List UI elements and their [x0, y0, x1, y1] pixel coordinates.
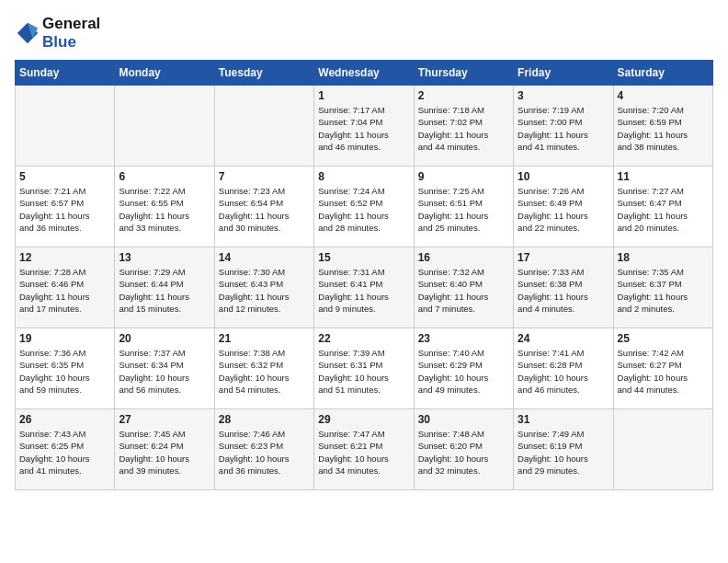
calendar-cell: 13Sunrise: 7:29 AM Sunset: 6:44 PM Dayli…: [115, 247, 214, 328]
calendar-cell: 26Sunrise: 7:43 AM Sunset: 6:25 PM Dayli…: [16, 409, 115, 490]
day-number: 18: [618, 251, 709, 264]
calendar-cell: 6Sunrise: 7:22 AM Sunset: 6:55 PM Daylig…: [115, 167, 214, 247]
day-number: 25: [618, 332, 709, 345]
day-number: 3: [518, 89, 609, 102]
day-number: 27: [119, 413, 210, 426]
day-info: Sunrise: 7:32 AM Sunset: 6:40 PM Dayligh…: [418, 266, 509, 315]
day-number: 10: [518, 170, 609, 183]
day-info: Sunrise: 7:31 AM Sunset: 6:41 PM Dayligh…: [318, 266, 409, 315]
calendar-header-row: SundayMondayTuesdayWednesdayThursdayFrid…: [16, 61, 713, 86]
calendar-cell: 10Sunrise: 7:26 AM Sunset: 6:49 PM Dayli…: [514, 167, 613, 247]
day-number: 2: [418, 89, 509, 102]
calendar-cell: [16, 86, 115, 167]
calendar-cell: 24Sunrise: 7:41 AM Sunset: 6:28 PM Dayli…: [514, 328, 613, 409]
calendar-week-row: 5Sunrise: 7:21 AM Sunset: 6:57 PM Daylig…: [16, 167, 713, 247]
day-info: Sunrise: 7:37 AM Sunset: 6:34 PM Dayligh…: [119, 347, 210, 396]
day-info: Sunrise: 7:45 AM Sunset: 6:24 PM Dayligh…: [119, 428, 210, 477]
day-info: Sunrise: 7:27 AM Sunset: 6:47 PM Dayligh…: [618, 185, 709, 234]
day-number: 7: [219, 170, 310, 183]
calendar-cell: 20Sunrise: 7:37 AM Sunset: 6:34 PM Dayli…: [115, 328, 214, 409]
day-number: 5: [19, 170, 110, 183]
day-info: Sunrise: 7:25 AM Sunset: 6:51 PM Dayligh…: [418, 185, 509, 234]
col-header-saturday: Saturday: [613, 61, 712, 86]
calendar-week-row: 19Sunrise: 7:36 AM Sunset: 6:35 PM Dayli…: [16, 328, 713, 409]
calendar-cell: 17Sunrise: 7:33 AM Sunset: 6:38 PM Dayli…: [514, 247, 613, 328]
header: General Blue: [15, 15, 713, 51]
day-number: 9: [418, 170, 509, 183]
calendar-cell: 8Sunrise: 7:24 AM Sunset: 6:52 PM Daylig…: [314, 167, 414, 247]
calendar-cell: [115, 86, 214, 167]
logo-icon: [15, 20, 40, 46]
day-info: Sunrise: 7:26 AM Sunset: 6:49 PM Dayligh…: [518, 185, 609, 234]
calendar-cell: 28Sunrise: 7:46 AM Sunset: 6:23 PM Dayli…: [214, 409, 313, 490]
calendar-cell: 27Sunrise: 7:45 AM Sunset: 6:24 PM Dayli…: [115, 409, 214, 490]
day-info: Sunrise: 7:43 AM Sunset: 6:25 PM Dayligh…: [19, 428, 110, 477]
calendar-cell: 18Sunrise: 7:35 AM Sunset: 6:37 PM Dayli…: [613, 247, 712, 328]
calendar-week-row: 1Sunrise: 7:17 AM Sunset: 7:04 PM Daylig…: [16, 86, 713, 167]
calendar-cell: 7Sunrise: 7:23 AM Sunset: 6:54 PM Daylig…: [214, 167, 313, 247]
day-info: Sunrise: 7:33 AM Sunset: 6:38 PM Dayligh…: [518, 266, 609, 315]
calendar-week-row: 26Sunrise: 7:43 AM Sunset: 6:25 PM Dayli…: [16, 409, 713, 490]
calendar-cell: 15Sunrise: 7:31 AM Sunset: 6:41 PM Dayli…: [314, 247, 414, 328]
calendar-cell: 21Sunrise: 7:38 AM Sunset: 6:32 PM Dayli…: [214, 328, 313, 409]
day-info: Sunrise: 7:20 AM Sunset: 6:59 PM Dayligh…: [618, 104, 709, 153]
calendar-cell: 5Sunrise: 7:21 AM Sunset: 6:57 PM Daylig…: [16, 167, 115, 247]
logo-text: General Blue: [42, 15, 100, 51]
calendar-cell: 22Sunrise: 7:39 AM Sunset: 6:31 PM Dayli…: [314, 328, 414, 409]
day-info: Sunrise: 7:23 AM Sunset: 6:54 PM Dayligh…: [219, 185, 310, 234]
day-info: Sunrise: 7:35 AM Sunset: 6:37 PM Dayligh…: [618, 266, 709, 315]
day-number: 31: [518, 413, 609, 426]
logo: General Blue: [15, 15, 100, 51]
day-info: Sunrise: 7:38 AM Sunset: 6:32 PM Dayligh…: [219, 347, 310, 396]
page-container: General Blue SundayMondayTuesdayWednesda…: [0, 0, 728, 498]
day-number: 29: [318, 413, 409, 426]
calendar-cell: 19Sunrise: 7:36 AM Sunset: 6:35 PM Dayli…: [16, 328, 115, 409]
day-number: 19: [19, 332, 110, 345]
calendar-cell: 25Sunrise: 7:42 AM Sunset: 6:27 PM Dayli…: [613, 328, 712, 409]
day-number: 23: [418, 332, 509, 345]
day-info: Sunrise: 7:47 AM Sunset: 6:21 PM Dayligh…: [318, 428, 409, 477]
day-info: Sunrise: 7:42 AM Sunset: 6:27 PM Dayligh…: [618, 347, 709, 396]
calendar-cell: [214, 86, 313, 167]
col-header-wednesday: Wednesday: [314, 61, 414, 86]
day-info: Sunrise: 7:40 AM Sunset: 6:29 PM Dayligh…: [418, 347, 509, 396]
calendar-cell: 1Sunrise: 7:17 AM Sunset: 7:04 PM Daylig…: [314, 86, 414, 167]
day-number: 16: [418, 251, 509, 264]
calendar-cell: 12Sunrise: 7:28 AM Sunset: 6:46 PM Dayli…: [16, 247, 115, 328]
day-number: 20: [119, 332, 210, 345]
calendar-cell: 29Sunrise: 7:47 AM Sunset: 6:21 PM Dayli…: [314, 409, 414, 490]
day-info: Sunrise: 7:30 AM Sunset: 6:43 PM Dayligh…: [219, 266, 310, 315]
day-info: Sunrise: 7:19 AM Sunset: 7:00 PM Dayligh…: [518, 104, 609, 153]
calendar-week-row: 12Sunrise: 7:28 AM Sunset: 6:46 PM Dayli…: [16, 247, 713, 328]
col-header-tuesday: Tuesday: [214, 61, 313, 86]
day-number: 4: [618, 89, 709, 102]
day-number: 30: [418, 413, 509, 426]
calendar-table: SundayMondayTuesdayWednesdayThursdayFrid…: [15, 60, 713, 490]
day-info: Sunrise: 7:22 AM Sunset: 6:55 PM Dayligh…: [119, 185, 210, 234]
day-info: Sunrise: 7:46 AM Sunset: 6:23 PM Dayligh…: [219, 428, 310, 477]
day-info: Sunrise: 7:18 AM Sunset: 7:02 PM Dayligh…: [418, 104, 509, 153]
day-info: Sunrise: 7:48 AM Sunset: 6:20 PM Dayligh…: [418, 428, 509, 477]
day-info: Sunrise: 7:49 AM Sunset: 6:19 PM Dayligh…: [518, 428, 609, 477]
day-number: 21: [219, 332, 310, 345]
calendar-cell: 30Sunrise: 7:48 AM Sunset: 6:20 PM Dayli…: [414, 409, 513, 490]
calendar-cell: 3Sunrise: 7:19 AM Sunset: 7:00 PM Daylig…: [514, 86, 613, 167]
day-number: 22: [318, 332, 409, 345]
day-number: 13: [119, 251, 210, 264]
day-number: 24: [518, 332, 609, 345]
col-header-friday: Friday: [514, 61, 613, 86]
calendar-cell: 2Sunrise: 7:18 AM Sunset: 7:02 PM Daylig…: [414, 86, 513, 167]
col-header-monday: Monday: [115, 61, 214, 86]
day-number: 8: [318, 170, 409, 183]
day-number: 15: [318, 251, 409, 264]
calendar-cell: 4Sunrise: 7:20 AM Sunset: 6:59 PM Daylig…: [613, 86, 712, 167]
day-info: Sunrise: 7:39 AM Sunset: 6:31 PM Dayligh…: [318, 347, 409, 396]
day-info: Sunrise: 7:29 AM Sunset: 6:44 PM Dayligh…: [119, 266, 210, 315]
day-number: 26: [19, 413, 110, 426]
day-info: Sunrise: 7:21 AM Sunset: 6:57 PM Dayligh…: [19, 185, 110, 234]
calendar-cell: 16Sunrise: 7:32 AM Sunset: 6:40 PM Dayli…: [414, 247, 513, 328]
calendar-cell: 14Sunrise: 7:30 AM Sunset: 6:43 PM Dayli…: [214, 247, 313, 328]
col-header-sunday: Sunday: [16, 61, 115, 86]
col-header-thursday: Thursday: [414, 61, 513, 86]
day-info: Sunrise: 7:41 AM Sunset: 6:28 PM Dayligh…: [518, 347, 609, 396]
